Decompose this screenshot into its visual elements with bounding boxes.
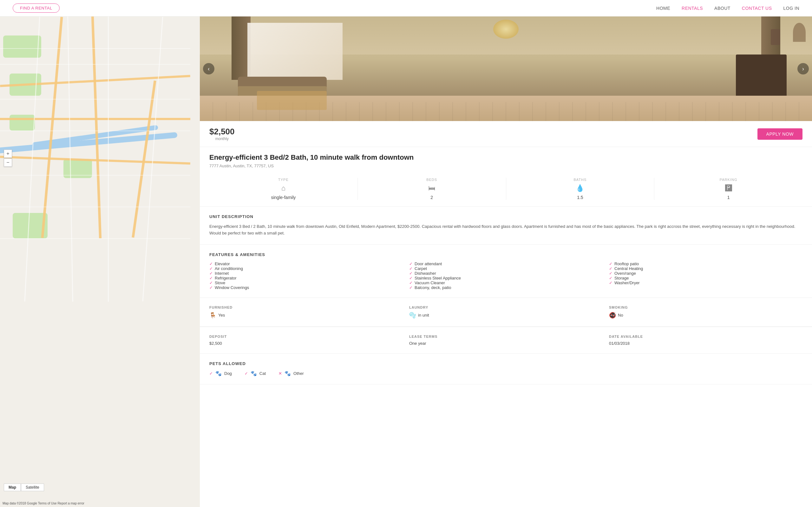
features-grid: ✓ Elevator ✓ Air conditioning ✓ Internet… (209, 262, 803, 290)
features-title: FEATURES & AMENITIES (209, 252, 803, 257)
deposit-lease-date: DEPOSIT $2,500 LEASE TERMS One year DATE… (200, 327, 812, 354)
find-rental-button[interactable]: FIND A RENTAL (13, 3, 60, 13)
map-background[interactable]: + − Map Satellite Map data ©2018 Google … (0, 16, 200, 507)
other-icon: 🐾 (285, 371, 291, 377)
stat-parking-value: 1 (727, 195, 730, 200)
feature-label: Elevator (215, 262, 230, 266)
check-icon: ✓ (409, 285, 413, 290)
check-icon: ✓ (609, 271, 612, 276)
check-icon: ✓ (409, 266, 413, 271)
feature-vacuum: ✓ Vacuum Cleaner (409, 280, 603, 285)
pet-dog: ✓ 🐾 Dog (209, 371, 232, 377)
check-icon: ✓ (209, 271, 213, 276)
check-icon: ✓ (609, 276, 612, 280)
map-panel: + − Map Satellite Map data ©2018 Google … (0, 16, 200, 507)
stat-type-label: TYPE (278, 178, 289, 181)
dog-icon: 🐾 (215, 371, 222, 377)
feature-central-heating: ✓ Central Heating (609, 266, 803, 271)
laundry-value-row: 🫧 in unit (409, 312, 603, 319)
zoom-out-button[interactable]: − (4, 158, 12, 167)
lease-value-row: One year (409, 341, 603, 346)
pet-dog-label: Dog (224, 371, 232, 376)
feature-balcony: ✓ Balcony, deck, patio (409, 285, 603, 290)
feature-internet: ✓ Internet (209, 271, 403, 276)
nav-about[interactable]: ABOUT (714, 6, 730, 11)
smoking-value: No (618, 313, 623, 318)
pets-title: PETS ALLOWED (209, 361, 803, 366)
feature-label: Stove (215, 280, 225, 285)
feature-label: Balcony, deck, patio (415, 285, 451, 290)
furnished-item: FURNISHED 🪑 Yes (209, 305, 403, 319)
feature-label: Internet (215, 271, 229, 276)
feature-refrigerator: ✓ Refrigerator (209, 276, 403, 280)
pets-row: ✓ 🐾 Dog ✓ 🐾 Cat ✕ 🐾 Other (209, 371, 803, 377)
nav-home[interactable]: HOME (656, 6, 670, 11)
check-icon: ✓ (609, 266, 612, 271)
pets-section: PETS ALLOWED ✓ 🐾 Dog ✓ 🐾 Cat ✕ 🐾 Other (200, 354, 812, 384)
map-type-bar: Map Satellite (4, 484, 44, 491)
lease-label: LEASE TERMS (409, 335, 603, 338)
laundry-value: in unit (418, 313, 429, 318)
stat-beds: BEDS 🛏 2 (358, 178, 506, 200)
feature-label: Refrigerator (215, 276, 237, 280)
image-prev-button[interactable]: ‹ (203, 63, 214, 74)
check-icon: ✓ (409, 262, 413, 266)
laundry-icon: 🫧 (409, 312, 416, 319)
nav-rentals[interactable]: RENTALS (681, 6, 703, 11)
feature-dishwasher: ✓ Dishwasher (409, 271, 603, 276)
feature-carpet: ✓ Carpet (409, 266, 603, 271)
stat-baths-label: BATHS (573, 178, 587, 181)
stat-baths: BATHS 💧 1.5 (506, 178, 655, 200)
pet-cat-check: ✓ (245, 371, 248, 376)
parking-icon: 🅿 (725, 184, 732, 192)
date-label: DATE AVAILABLE (609, 335, 803, 338)
pet-dog-check: ✓ (209, 371, 213, 376)
feature-label: Washer/Dryer (614, 280, 640, 285)
pet-cat-label: Cat (259, 371, 266, 376)
stat-beds-label: BEDS (426, 178, 437, 181)
zoom-in-button[interactable]: + (4, 150, 12, 158)
feature-ac: ✓ Air conditioning (209, 266, 403, 271)
lease-value: One year (409, 341, 426, 346)
features-section: FEATURES & AMENITIES ✓ Elevator ✓ Air co… (200, 245, 812, 298)
feature-window-coverings: ✓ Window Coverings (209, 285, 403, 290)
apply-button[interactable]: APPLY NOW (757, 128, 803, 140)
feature-label: Rooftop patio (614, 262, 639, 266)
stats-row: TYPE ⌂ single-family BEDS 🛏 2 BATHS 💧 1.… (200, 171, 812, 207)
map-type-map[interactable]: Map (4, 484, 21, 491)
features-col2: ✓ Door attendant ✓ Carpet ✓ Dishwasher ✓… (409, 262, 603, 290)
image-next-button[interactable]: › (798, 63, 809, 74)
price-amount: $2,500 (209, 127, 235, 136)
furnished-icon: 🪑 (209, 312, 216, 319)
price-container: $2,500 monthly (209, 127, 235, 141)
date-value-row: 01/03/2018 (609, 341, 803, 346)
pet-other: ✕ 🐾 Other (278, 371, 304, 377)
property-title: Energy-efficient 3 Bed/2 Bath, 10 minute… (209, 153, 803, 162)
check-icon: ✓ (209, 280, 213, 285)
main-nav: HOME RENTALS ABOUT CONTACT US LOG IN (656, 6, 799, 11)
nav-contact[interactable]: CONTACT US (742, 6, 772, 11)
price-period: monthly (209, 136, 235, 141)
deposit-label: DEPOSIT (209, 335, 403, 338)
date-value: 01/03/2018 (609, 341, 629, 346)
bed-icon: 🛏 (428, 184, 435, 192)
feature-washer: ✓ Washer/Dryer (609, 280, 803, 285)
map-type-satellite[interactable]: Satellite (21, 484, 44, 491)
property-image: ‹ › (200, 16, 812, 121)
bath-icon: 💧 (576, 184, 584, 192)
no-smoking-icon: 🚭 (609, 312, 616, 319)
nav-login[interactable]: LOG IN (783, 6, 799, 11)
check-icon: ✓ (209, 262, 213, 266)
check-icon: ✓ (609, 280, 612, 285)
deposit-value: $2,500 (209, 341, 222, 346)
unit-description-title: UNIT DESCRIPTION (209, 214, 803, 219)
home-icon: ⌂ (281, 184, 286, 192)
feature-label: Carpet (415, 266, 427, 271)
detail-panel: ‹ › $2,500 monthly APPLY NOW Energy-effi… (200, 16, 812, 507)
pet-cat: ✓ 🐾 Cat (245, 371, 266, 377)
check-icon: ✓ (209, 276, 213, 280)
feature-label: Oven/range (614, 271, 636, 276)
features-col1: ✓ Elevator ✓ Air conditioning ✓ Internet… (209, 262, 403, 290)
feature-elevator: ✓ Elevator (209, 262, 403, 266)
feature-stainless: ✓ Stainless Steel Appliance (409, 276, 603, 280)
